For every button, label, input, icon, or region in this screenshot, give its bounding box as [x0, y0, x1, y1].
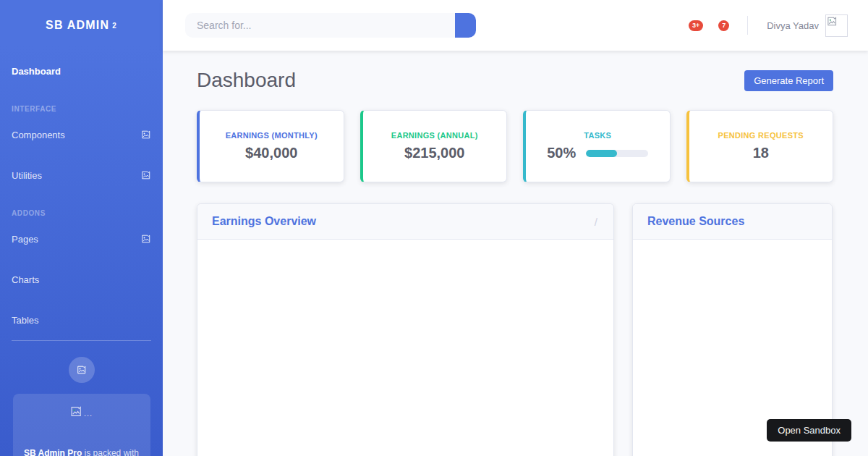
charts-row: Earnings Overview / Revenue Sources: [197, 203, 833, 456]
stat-card-tasks: TASKS 50%: [523, 110, 671, 182]
earnings-chart-area: [197, 240, 613, 456]
page-title: Dashboard: [197, 69, 296, 92]
sidebar-heading-addons: ADDONS: [0, 208, 163, 219]
stat-label: EARNINGS (ANNUAL): [391, 131, 478, 140]
stat-value: 50%: [547, 145, 576, 161]
panel-header: Revenue Sources: [633, 204, 832, 240]
sidebar-item-label: Dashboard: [12, 66, 61, 77]
sidebar-item-utilities[interactable]: Utilities: [0, 155, 163, 195]
earnings-overview-panel: Earnings Overview /: [197, 203, 614, 456]
revenue-sources-panel: Revenue Sources: [632, 203, 833, 456]
broken-image-icon: [826, 15, 847, 28]
sidebar: SB ADMIN2 Dashboard INTERFACE Components…: [0, 0, 163, 456]
sidebar-item-label: Utilities: [12, 170, 42, 181]
stat-card-earnings-monthly: EARNINGS (MONTHLY) $40,000: [197, 110, 344, 182]
sidebar-toggle-button[interactable]: [69, 357, 95, 383]
panel-title: Revenue Sources: [647, 215, 744, 228]
stat-label: PENDING REQUESTS: [718, 131, 804, 140]
stat-value: $215,000: [404, 145, 464, 161]
topbar-divider: [747, 16, 748, 35]
alerts-counter-badge[interactable]: 3+: [689, 20, 703, 31]
page-header: Dashboard Generate Report: [197, 69, 833, 91]
stat-card-pending-requests: PENDING REQUESTS 18: [686, 110, 834, 182]
broken-image-icon: [70, 405, 82, 418]
stat-value: $40,000: [245, 145, 297, 161]
generate-report-button[interactable]: Generate Report: [744, 70, 833, 91]
stat-label: TASKS: [584, 131, 611, 140]
upgrade-card-text: SB Admin Pro is packed with: [23, 447, 140, 456]
tasks-progress-row: 50%: [547, 145, 648, 161]
tasks-progress-bar: [586, 150, 648, 157]
user-avatar[interactable]: [825, 14, 848, 37]
open-sandbox-button[interactable]: Open Sandbox: [767, 419, 851, 442]
stat-label: EARNINGS (MONTHLY): [226, 131, 318, 140]
brand-text: SB ADMIN: [46, 19, 109, 32]
sidebar-item-components[interactable]: Components: [0, 114, 163, 155]
sidebar-item-charts[interactable]: Charts: [0, 259, 163, 300]
broken-image-icon: [141, 170, 151, 180]
topbar: 3+ 7 Divya Yadav: [163, 0, 868, 51]
broken-image-icon: [141, 234, 151, 244]
user-name[interactable]: Divya Yadav: [767, 20, 819, 31]
search-bar: [185, 13, 476, 38]
sidebar-upgrade-card: ... SB Admin Pro is packed with: [13, 394, 150, 456]
stat-card-earnings-annual: EARNINGS (ANNUAL) $215,000: [360, 110, 508, 182]
search-input[interactable]: [185, 13, 455, 38]
brand-superscript: 2: [112, 22, 117, 30]
tasks-progress-fill: [586, 150, 617, 157]
messages-counter-badge[interactable]: 7: [718, 20, 729, 31]
sidebar-item-label: Tables: [12, 315, 39, 326]
topbar-right: 3+ 7 Divya Yadav: [689, 14, 868, 37]
broken-image-alt-text: ...: [84, 409, 93, 418]
broken-image-icon: [141, 130, 151, 140]
sidebar-item-dashboard[interactable]: Dashboard: [0, 51, 163, 91]
search-button[interactable]: [455, 13, 476, 38]
panel-menu-icon[interactable]: /: [595, 216, 597, 228]
sidebar-item-label: Components: [12, 130, 65, 140]
panel-header: Earnings Overview /: [197, 204, 613, 240]
sidebar-item-tables[interactable]: Tables: [0, 300, 163, 340]
sidebar-item-label: Charts: [12, 274, 39, 285]
brand-link[interactable]: SB ADMIN2: [0, 0, 163, 51]
broken-image-icon: [77, 365, 87, 375]
sidebar-divider: [12, 340, 151, 341]
sidebar-heading-interface: INTERFACE: [0, 104, 163, 114]
main-content: Dashboard Generate Report EARNINGS (MONT…: [163, 51, 868, 456]
stat-cards-row: EARNINGS (MONTHLY) $40,000 EARNINGS (ANN…: [197, 110, 833, 182]
panel-title: Earnings Overview: [212, 215, 316, 228]
sidebar-item-label: Pages: [12, 234, 38, 245]
sidebar-item-pages[interactable]: Pages: [0, 219, 163, 259]
stat-value: 18: [753, 145, 769, 161]
